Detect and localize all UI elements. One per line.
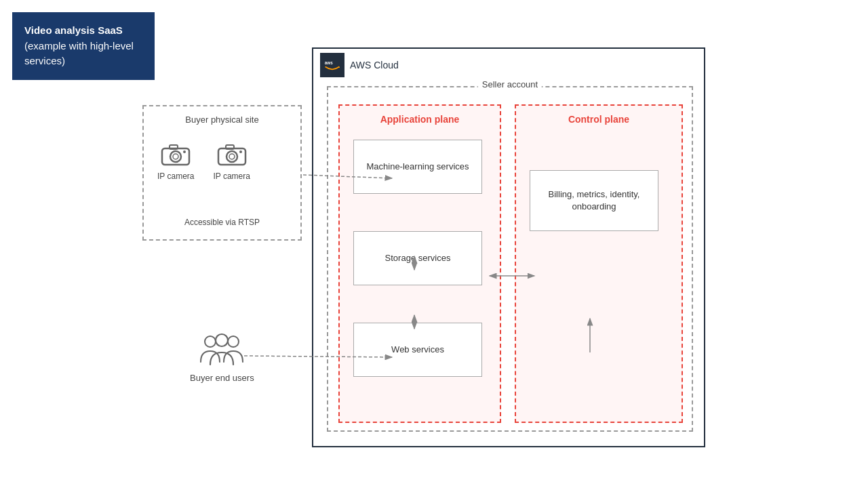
- storage-services-label: Storage services: [385, 252, 451, 264]
- web-services-label: Web services: [391, 344, 444, 356]
- camera-row: IP camera IP camera: [157, 140, 250, 181]
- svg-point-6: [183, 150, 186, 153]
- web-services-box: Web services: [353, 323, 482, 377]
- billing-label: Billing, metrics, identity, onboarding: [536, 188, 652, 213]
- buyer-site-box: Buyer physical site IP camera IP camera: [142, 105, 302, 241]
- svg-point-12: [205, 336, 216, 347]
- buyer-site-label: Buyer physical site: [185, 115, 258, 125]
- aws-header: aws AWS Cloud: [313, 49, 704, 81]
- svg-point-14: [216, 334, 228, 346]
- svg-rect-10: [226, 145, 234, 149]
- title-box: Video analysis SaaS (example with high-l…: [12, 12, 155, 80]
- buyer-users-label: Buyer end users: [190, 373, 254, 383]
- seller-account-box: Seller account Application plane Machine…: [327, 86, 693, 432]
- camera-icon-1: [159, 140, 193, 167]
- buyer-users-container: Buyer end users: [190, 332, 254, 383]
- seller-account-label: Seller account: [478, 79, 542, 89]
- title-line1: Video analysis SaaS (example with high-l…: [24, 24, 134, 66]
- svg-point-9: [229, 154, 235, 159]
- application-plane-label: Application plane: [380, 114, 460, 125]
- svg-point-13: [228, 336, 239, 347]
- svg-point-8: [226, 151, 237, 162]
- camera-item-1: IP camera: [157, 140, 194, 181]
- aws-logo: aws: [320, 53, 344, 77]
- aws-cloud-label: AWS Cloud: [350, 60, 399, 70]
- ml-services-box: Machine-learning services: [353, 140, 482, 194]
- control-plane-label: Control plane: [568, 114, 629, 125]
- control-plane-box: Control plane Billing, metrics, identity…: [515, 104, 683, 423]
- camera1-label: IP camera: [157, 171, 194, 181]
- svg-text:aws: aws: [325, 60, 333, 65]
- storage-services-box: Storage services: [353, 231, 482, 285]
- users-icon: [198, 332, 245, 367]
- svg-point-4: [173, 154, 178, 159]
- billing-box: Billing, metrics, identity, onboarding: [530, 170, 658, 231]
- svg-point-3: [170, 151, 181, 162]
- aws-cloud-container: aws AWS Cloud Seller account Application…: [312, 47, 705, 447]
- svg-rect-5: [170, 145, 178, 149]
- camera2-label: IP camera: [213, 171, 250, 181]
- camera-item-2: IP camera: [213, 140, 250, 181]
- application-plane-box: Application plane Machine-learning servi…: [338, 104, 501, 423]
- rtsp-label: Accessible via RTSP: [184, 218, 260, 227]
- ml-services-label: Machine-learning services: [366, 161, 469, 173]
- svg-point-11: [239, 150, 242, 153]
- camera-icon-2: [215, 140, 249, 167]
